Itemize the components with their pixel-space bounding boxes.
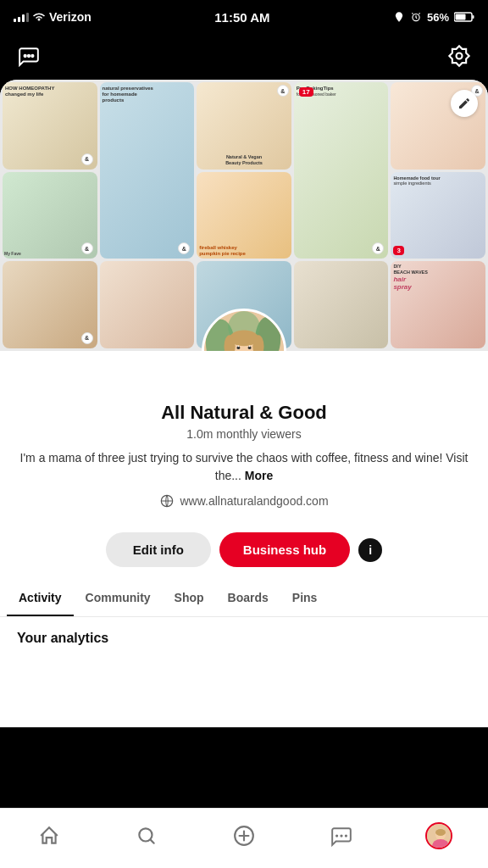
bottom-nav-search[interactable] — [128, 817, 165, 854]
tab-shop[interactable]: Shop — [163, 581, 216, 616]
tab-activity[interactable]: Activity — [7, 581, 74, 616]
website-url: www.allnaturalandgood.com — [180, 494, 328, 508]
avatar-container — [202, 309, 286, 351]
collage-card-8: Homemade food toursimple ingredients 3 — [391, 172, 485, 259]
collage-card-6: My Fave & — [3, 172, 97, 259]
bottom-nav-messages[interactable] — [323, 817, 360, 854]
svg-point-29 — [341, 834, 343, 837]
amp-badge-1: & — [81, 153, 93, 165]
svg-point-28 — [336, 834, 338, 837]
amp-badge-4: & — [372, 242, 384, 254]
main-content: HOW HOMEOPATHYchanged my life & natural … — [0, 80, 488, 727]
carrier-label: Verizon — [49, 10, 92, 24]
bio-more-link[interactable]: More — [245, 469, 273, 482]
home-icon — [38, 825, 60, 847]
time-display: 11:50 AM — [214, 10, 269, 25]
search-icon — [136, 825, 158, 847]
profile-section: All Natural & Good 1.0m monthly viewers … — [0, 351, 488, 532]
amp-badge-9: & — [81, 332, 93, 344]
collage-card-9: & — [3, 261, 97, 348]
svg-rect-2 — [455, 14, 465, 20]
battery-label: 56% — [427, 11, 449, 24]
status-right: 56% — [393, 11, 474, 24]
svg-point-6 — [30, 54, 34, 58]
banner-section: HOW HOMEOPATHYchanged my life & natural … — [0, 80, 488, 351]
profile-stats: 1.0m monthly viewers — [17, 427, 471, 441]
battery-icon — [454, 12, 474, 22]
messages-nav-icon[interactable] — [14, 41, 44, 71]
collage-card-3: Natural & VeganBeauty Products & — [197, 82, 291, 170]
amp-badge-6: & — [81, 242, 93, 254]
svg-point-23 — [237, 345, 239, 347]
alarm-icon — [410, 11, 422, 23]
edit-banner-button[interactable] — [451, 90, 478, 117]
status-bar: Verizon 11:50 AM 56% — [0, 0, 488, 34]
add-icon — [233, 825, 255, 847]
bottom-nav-profile[interactable] — [420, 817, 458, 854]
collage-card-4: Pro BakingTipsfor a seasoned baker 17 & — [294, 82, 389, 259]
wifi-icon — [32, 12, 46, 22]
signal-icon — [14, 13, 29, 22]
num-badge-4: 17 — [299, 87, 313, 97]
avatar — [202, 309, 286, 351]
action-buttons: Edit info Business hub i — [0, 532, 488, 581]
edit-info-button[interactable]: Edit info — [106, 532, 211, 567]
collage-card-12 — [294, 261, 389, 348]
collage-card-1: HOW HOMEOPATHYchanged my life & — [3, 82, 97, 170]
amp-badge-2: & — [178, 242, 190, 254]
bottom-nav-add[interactable] — [225, 817, 263, 854]
chat-icon — [330, 825, 352, 847]
collage-card-10 — [100, 261, 195, 348]
collage-card-13: DIYBEACH WAVEShairspray — [391, 261, 485, 348]
profile-name: All Natural & Good — [17, 402, 471, 424]
svg-point-30 — [345, 834, 347, 837]
location-icon — [393, 11, 405, 23]
business-hub-button[interactable]: Business hub — [219, 532, 350, 567]
tab-pins[interactable]: Pins — [280, 581, 330, 616]
svg-point-4 — [24, 54, 27, 58]
svg-point-5 — [27, 54, 30, 58]
collage-card-2: natural preservativesfor homemadeproduct… — [100, 82, 195, 259]
analytics-title: Your analytics — [17, 631, 471, 646]
tab-community[interactable]: Community — [74, 581, 163, 616]
tab-boards[interactable]: Boards — [216, 581, 280, 616]
collage-card-7: fireball whiskeypumpkin pie recipe — [197, 172, 291, 259]
tab-bar: Activity Community Shop Boards Pins — [0, 581, 488, 617]
globe-icon — [159, 493, 175, 509]
svg-point-7 — [457, 53, 463, 59]
svg-rect-3 — [472, 15, 474, 19]
svg-point-24 — [249, 345, 251, 347]
bottom-nav — [0, 808, 488, 868]
bottom-nav-home[interactable] — [30, 817, 68, 854]
num-badge-8: 3 — [393, 246, 403, 255]
svg-point-33 — [435, 829, 446, 836]
analytics-section: Your analytics — [0, 617, 488, 659]
info-button[interactable]: i — [358, 538, 382, 562]
profile-website[interactable]: www.allnaturalandgood.com — [17, 493, 471, 509]
status-left: Verizon — [14, 10, 92, 24]
top-nav — [0, 34, 488, 80]
amp-badge-3: & — [277, 85, 289, 97]
settings-nav-icon[interactable] — [444, 41, 474, 71]
nav-avatar — [425, 822, 452, 849]
profile-bio: I'm a mama of three just trying to survi… — [17, 449, 471, 485]
